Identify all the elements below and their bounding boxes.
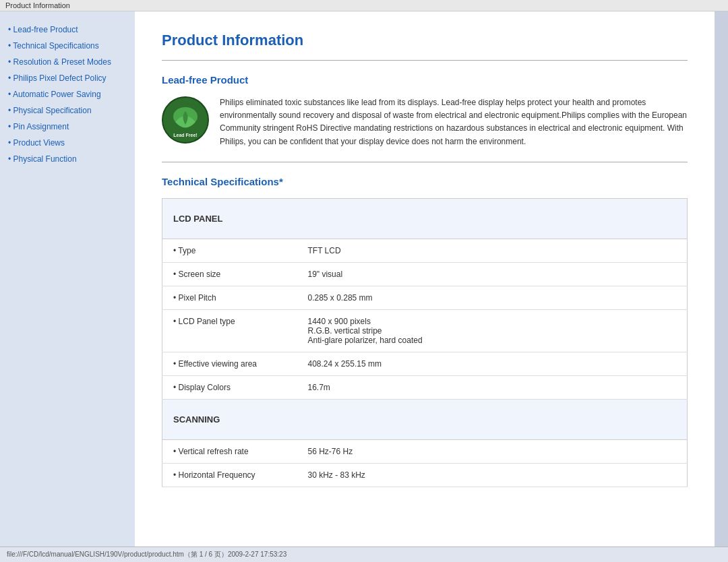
lead-free-logo: Lead Free! <box>162 96 209 144</box>
spec-row-label: • Screen size <box>162 262 297 286</box>
spec-group-name-0: LCD PANEL <box>162 198 688 239</box>
spec-row-value: 19" visual <box>297 262 688 286</box>
lead-free-section: Lead Free! Philips eliminated toxic subs… <box>162 96 688 148</box>
table-row: • LCD Panel type1440 x 900 pixelsR.G.B. … <box>162 309 688 352</box>
sidebar-link-1[interactable]: Technical Specifications <box>13 41 98 51</box>
tech-spec-section: Technical Specifications* LCD PANEL• Typ… <box>162 176 688 487</box>
sidebar-item-2[interactable]: Resolution & Preset Modes <box>8 57 127 67</box>
sidebar-item-4[interactable]: Automatic Power Saving <box>8 90 127 99</box>
footer-bar: file:///F/CD/lcd/manual/ENGLISH/190V/pro… <box>0 547 728 562</box>
spec-table: LCD PANEL• TypeTFT LCD• Screen size19" v… <box>162 198 688 487</box>
divider-top <box>162 60 688 61</box>
spec-row-value: 56 Hz-76 Hz <box>297 439 688 463</box>
sidebar-link-2[interactable]: Resolution & Preset Modes <box>13 57 111 67</box>
spec-row-value: 408.24 x 255.15 mm <box>297 352 688 375</box>
spec-row-label: • Horizontal Frequency <box>162 463 297 487</box>
spec-row-value: TFT LCD <box>297 239 688 262</box>
sidebar: Lead-free ProductTechnical Specification… <box>0 11 135 547</box>
spec-group-name-1: SCANNING <box>162 399 688 439</box>
table-row: • Display Colors16.7m <box>162 375 688 399</box>
table-row: • Screen size19" visual <box>162 262 688 286</box>
title-bar-text: Product Information <box>5 1 70 9</box>
sidebar-item-8[interactable]: Physical Function <box>8 154 127 164</box>
sidebar-item-6[interactable]: Pin Assignment <box>8 122 127 131</box>
sidebar-item-0[interactable]: Lead-free Product <box>8 25 127 34</box>
sidebar-link-4[interactable]: Automatic Power Saving <box>13 90 101 99</box>
table-row: • Vertical refresh rate56 Hz-76 Hz <box>162 439 688 463</box>
title-bar: Product Information <box>0 0 728 11</box>
table-row: • Effective viewing area408.24 x 255.15 … <box>162 352 688 375</box>
sidebar-link-7[interactable]: Product Views <box>13 138 65 148</box>
main-layout: Lead-free ProductTechnical Specification… <box>0 11 728 547</box>
table-row: • Horizontal Frequency30 kHz - 83 kHz <box>162 463 688 487</box>
spec-row-value: 16.7m <box>297 375 688 399</box>
sidebar-link-0[interactable]: Lead-free Product <box>13 25 78 34</box>
spec-row-value: 30 kHz - 83 kHz <box>297 463 688 487</box>
table-row: • Pixel Pitch0.285 x 0.285 mm <box>162 286 688 309</box>
spec-row-label: • LCD Panel type <box>162 309 297 352</box>
spec-row-label: • Pixel Pitch <box>162 286 297 309</box>
sidebar-link-8[interactable]: Physical Function <box>13 154 77 164</box>
tech-spec-title: Technical Specifications* <box>162 176 688 187</box>
spec-group-header-1: SCANNING <box>162 399 688 439</box>
footer-text: file:///F/CD/lcd/manual/ENGLISH/190V/pro… <box>7 551 286 558</box>
right-bar <box>715 11 728 547</box>
sidebar-link-3[interactable]: Philips Pixel Defect Policy <box>13 73 107 83</box>
sidebar-nav-list: Lead-free ProductTechnical Specification… <box>8 25 127 164</box>
sidebar-item-1[interactable]: Technical Specifications <box>8 41 127 51</box>
sidebar-item-5[interactable]: Physical Specification <box>8 106 127 115</box>
spec-row-label: • Display Colors <box>162 375 297 399</box>
sidebar-link-5[interactable]: Physical Specification <box>13 106 92 115</box>
content-area: Product Information Lead-free Product Le… <box>135 11 715 547</box>
sidebar-item-7[interactable]: Product Views <box>8 138 127 148</box>
table-row: • TypeTFT LCD <box>162 239 688 262</box>
spec-row-label: • Effective viewing area <box>162 352 297 375</box>
spec-row-value: 0.285 x 0.285 mm <box>297 286 688 309</box>
page-title: Product Information <box>162 32 688 49</box>
spec-group-header-0: LCD PANEL <box>162 198 688 239</box>
svg-text:Lead Free!: Lead Free! <box>173 133 197 137</box>
lead-free-title: Lead-free Product <box>162 74 688 86</box>
sidebar-item-3[interactable]: Philips Pixel Defect Policy <box>8 73 127 83</box>
spec-row-label: • Vertical refresh rate <box>162 439 297 463</box>
spec-row-value: 1440 x 900 pixelsR.G.B. vertical stripeA… <box>297 309 688 352</box>
spec-row-label: • Type <box>162 239 297 262</box>
lead-free-description: Philips eliminated toxic substances like… <box>220 96 688 148</box>
sidebar-link-6[interactable]: Pin Assignment <box>13 122 69 131</box>
divider-mid <box>162 162 688 162</box>
